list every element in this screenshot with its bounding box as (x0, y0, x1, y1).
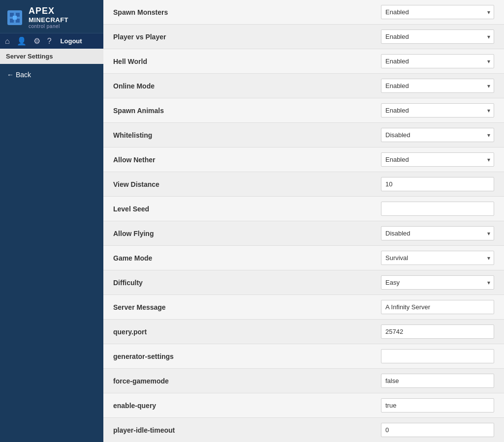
settings-row: player-idle-timeout (103, 418, 504, 442)
gear-icon[interactable]: ⚙ (33, 36, 40, 46)
settings-row: query.port (103, 320, 504, 344)
settings-input[interactable] (381, 177, 494, 191)
settings-select[interactable]: EnabledDisabled (381, 152, 494, 167)
settings-row: force-gamemode (103, 369, 504, 393)
home-icon[interactable]: ⌂ (5, 37, 10, 46)
settings-label: Level Seed (113, 205, 381, 213)
settings-label: Game Mode (113, 254, 381, 262)
user-icon[interactable]: 👤 (17, 36, 27, 46)
select-wrapper: EnabledDisabled (381, 5, 494, 19)
select-wrapper: EnabledDisabled (381, 226, 494, 240)
settings-label: Hell World (113, 58, 381, 65)
logo-apex: APEX (29, 6, 68, 16)
svg-rect-5 (13, 16, 17, 20)
settings-control (381, 398, 494, 413)
settings-input[interactable] (381, 202, 494, 216)
settings-control: EnabledDisabled (381, 103, 494, 118)
settings-row: enable-query (103, 393, 504, 418)
settings-list: Spawn MonstersEnabledDisabledPlayer vs P… (103, 0, 504, 442)
settings-label: Difficulty (113, 279, 381, 287)
settings-label: Online Mode (113, 82, 381, 90)
settings-label: Allow Nether (113, 156, 381, 164)
settings-select[interactable]: EnabledDisabled (381, 226, 494, 240)
settings-select[interactable]: EnabledDisabled (381, 29, 494, 44)
settings-row: Hell WorldEnabledDisabled (103, 49, 504, 74)
select-wrapper: SurvivalCreativeAdventureSpectator (381, 251, 494, 265)
settings-row: Online ModeEnabledDisabled (103, 74, 504, 98)
settings-label: player-idle-timeout (113, 426, 381, 434)
settings-row: Allow FlyingEnabledDisabled (103, 221, 504, 246)
settings-label: View Distance (113, 180, 381, 188)
back-button[interactable]: ← Back (0, 64, 103, 86)
settings-select[interactable]: PeacefulEasyNormalHard (381, 275, 494, 290)
settings-row: DifficultyPeacefulEasyNormalHard (103, 270, 504, 295)
logo-minecraft: MINECRAFT (29, 16, 68, 24)
settings-label: force-gamemode (113, 377, 381, 385)
settings-control (381, 374, 494, 388)
settings-row: Spawn MonstersEnabledDisabled (103, 0, 504, 25)
settings-row: generator-settings (103, 344, 504, 369)
settings-row: WhitelistingEnabledDisabled (103, 123, 504, 147)
settings-select[interactable]: SurvivalCreativeAdventureSpectator (381, 251, 494, 265)
settings-control: EnabledDisabled (381, 128, 494, 142)
settings-select[interactable]: EnabledDisabled (381, 103, 494, 118)
help-icon[interactable]: ? (47, 37, 52, 46)
nav-icons: ⌂ 👤 ⚙ ? Logout (0, 33, 103, 49)
logo-cube-icon (5, 8, 25, 28)
select-wrapper: EnabledDisabled (381, 54, 494, 68)
settings-label: Server Message (113, 303, 381, 311)
settings-row: Allow NetherEnabledDisabled (103, 147, 504, 172)
settings-control: EnabledDisabled (381, 152, 494, 167)
settings-select[interactable]: EnabledDisabled (381, 128, 494, 142)
settings-control: EnabledDisabled (381, 226, 494, 240)
settings-label: enable-query (113, 402, 381, 410)
sidebar-section-header: Server Settings (0, 49, 103, 64)
select-wrapper: EnabledDisabled (381, 128, 494, 142)
settings-select[interactable]: EnabledDisabled (381, 79, 494, 93)
settings-input[interactable] (381, 398, 494, 413)
settings-control (381, 349, 494, 363)
settings-control (381, 300, 494, 314)
settings-row: Server Message (103, 295, 504, 320)
settings-control: EnabledDisabled (381, 5, 494, 19)
settings-control: PeacefulEasyNormalHard (381, 275, 494, 290)
select-wrapper: PeacefulEasyNormalHard (381, 275, 494, 290)
logout-button[interactable]: Logout (61, 37, 82, 45)
settings-row: Spawn AnimalsEnabledDisabled (103, 98, 504, 123)
settings-label: query.port (113, 328, 381, 336)
settings-label: Allow Flying (113, 230, 381, 237)
settings-control: SurvivalCreativeAdventureSpectator (381, 251, 494, 265)
logo-control-panel: control panel (29, 24, 68, 29)
select-wrapper: EnabledDisabled (381, 79, 494, 93)
settings-row: Level Seed (103, 197, 504, 221)
settings-row: View Distance (103, 172, 504, 197)
logo-area: APEX MINECRAFT control panel (0, 0, 103, 33)
settings-select[interactable]: EnabledDisabled (381, 5, 494, 19)
settings-control (381, 202, 494, 216)
settings-control: EnabledDisabled (381, 79, 494, 93)
settings-label: Spawn Monsters (113, 8, 381, 16)
settings-label: Player vs Player (113, 33, 381, 41)
sidebar: APEX MINECRAFT control panel ⌂ 👤 ⚙ ? Log… (0, 0, 103, 442)
select-wrapper: EnabledDisabled (381, 152, 494, 167)
settings-input[interactable] (381, 300, 494, 314)
settings-label: Whitelisting (113, 131, 381, 139)
select-wrapper: EnabledDisabled (381, 103, 494, 118)
settings-input[interactable] (381, 349, 494, 363)
settings-row: Player vs PlayerEnabledDisabled (103, 25, 504, 49)
settings-control: EnabledDisabled (381, 29, 494, 44)
main-content: Spawn MonstersEnabledDisabledPlayer vs P… (103, 0, 504, 442)
select-wrapper: EnabledDisabled (381, 29, 494, 44)
logo-text: APEX MINECRAFT control panel (29, 6, 68, 29)
settings-label: Spawn Animals (113, 107, 381, 115)
settings-input[interactable] (381, 374, 494, 388)
settings-control (381, 423, 494, 437)
settings-input[interactable] (381, 423, 494, 437)
settings-label: generator-settings (113, 353, 381, 360)
settings-row: Game ModeSurvivalCreativeAdventureSpecta… (103, 246, 504, 270)
settings-control (381, 177, 494, 191)
settings-control (381, 324, 494, 339)
settings-control: EnabledDisabled (381, 54, 494, 68)
settings-select[interactable]: EnabledDisabled (381, 54, 494, 68)
settings-input[interactable] (381, 324, 494, 339)
